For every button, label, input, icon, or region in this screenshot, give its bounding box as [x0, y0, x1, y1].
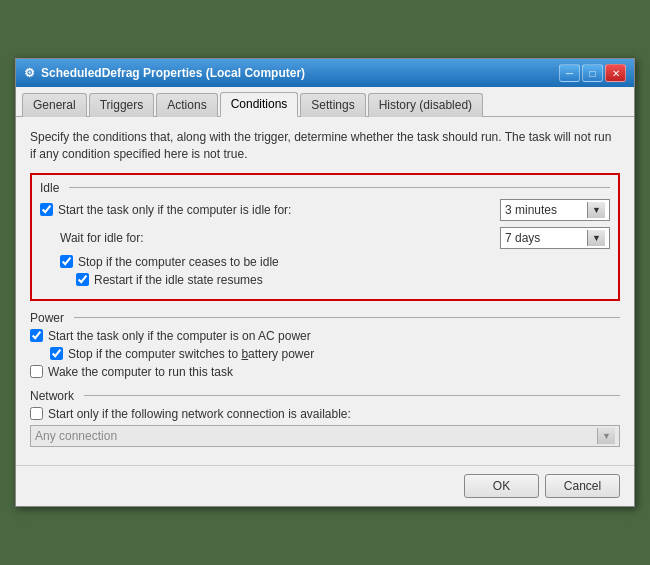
description-text: Specify the conditions that, along with …: [30, 129, 620, 163]
stop-ceases-checkbox[interactable]: [60, 255, 73, 268]
network-connection-row: Start only if the following network conn…: [30, 407, 620, 421]
network-connection-label: Start only if the following network conn…: [30, 407, 351, 421]
tab-triggers[interactable]: Triggers: [89, 93, 155, 117]
wait-idle-dropdown[interactable]: 7 days ▼: [500, 227, 610, 249]
ac-power-checkbox[interactable]: [30, 329, 43, 342]
ac-power-label: Start the task only if the computer is o…: [30, 329, 311, 343]
window-icon: ⚙: [24, 66, 35, 80]
idle-section-label: Idle: [40, 181, 610, 195]
footer: OK Cancel: [16, 465, 634, 506]
maximize-button[interactable]: □: [582, 64, 603, 82]
titlebar-controls: ─ □ ✕: [559, 64, 626, 82]
battery-label: Stop if the computer switches to battery…: [50, 347, 314, 361]
network-connection-checkbox[interactable]: [30, 407, 43, 420]
main-window: ⚙ ScheduledDefrag Properties (Local Comp…: [15, 58, 635, 507]
tab-conditions[interactable]: Conditions: [220, 92, 299, 117]
tab-actions[interactable]: Actions: [156, 93, 217, 117]
idle-duration-dropdown[interactable]: 3 minutes ▼: [500, 199, 610, 221]
idle-section: Idle Start the task only if the computer…: [30, 173, 620, 301]
wake-label: Wake the computer to run this task: [30, 365, 233, 379]
wake-row: Wake the computer to run this task: [30, 365, 620, 379]
wait-idle-label: Wait for idle for:: [60, 231, 500, 245]
network-section-label: Network: [30, 389, 620, 403]
stop-ceases-row: Stop if the computer ceases to be idle: [40, 255, 610, 269]
tab-general[interactable]: General: [22, 93, 87, 117]
wait-idle-row: Wait for idle for: 7 days ▼: [40, 227, 610, 249]
tab-settings[interactable]: Settings: [300, 93, 365, 117]
start-task-row: Start the task only if the computer is i…: [40, 199, 610, 221]
tab-history[interactable]: History (disabled): [368, 93, 483, 117]
ac-power-row: Start the task only if the computer is o…: [30, 329, 620, 343]
minimize-button[interactable]: ─: [559, 64, 580, 82]
stop-ceases-label: Stop if the computer ceases to be idle: [60, 255, 279, 269]
battery-checkbox[interactable]: [50, 347, 63, 360]
wake-checkbox[interactable]: [30, 365, 43, 378]
cancel-button[interactable]: Cancel: [545, 474, 620, 498]
titlebar: ⚙ ScheduledDefrag Properties (Local Comp…: [16, 59, 634, 87]
close-button[interactable]: ✕: [605, 64, 626, 82]
window-title: ScheduledDefrag Properties (Local Comput…: [41, 66, 305, 80]
idle-duration-arrow[interactable]: ▼: [587, 202, 605, 218]
network-connection-dropdown[interactable]: Any connection ▼: [30, 425, 620, 447]
restart-label: Restart if the idle state resumes: [76, 273, 263, 287]
battery-text: Stop if the computer switches to battery…: [68, 347, 314, 361]
power-section: Power Start the task only if the compute…: [30, 311, 620, 379]
power-section-label: Power: [30, 311, 620, 325]
network-dropdown-arrow[interactable]: ▼: [597, 428, 615, 444]
ok-button[interactable]: OK: [464, 474, 539, 498]
wait-idle-arrow[interactable]: ▼: [587, 230, 605, 246]
titlebar-left: ⚙ ScheduledDefrag Properties (Local Comp…: [24, 66, 305, 80]
battery-row: Stop if the computer switches to battery…: [30, 347, 620, 361]
network-section: Network Start only if the following netw…: [30, 389, 620, 447]
start-task-label: Start the task only if the computer is i…: [40, 203, 291, 217]
content-area: Specify the conditions that, along with …: [16, 117, 634, 465]
tabs-bar: General Triggers Actions Conditions Sett…: [16, 87, 634, 117]
start-task-checkbox[interactable]: [40, 203, 53, 216]
restart-checkbox[interactable]: [76, 273, 89, 286]
restart-row: Restart if the idle state resumes: [40, 273, 610, 287]
